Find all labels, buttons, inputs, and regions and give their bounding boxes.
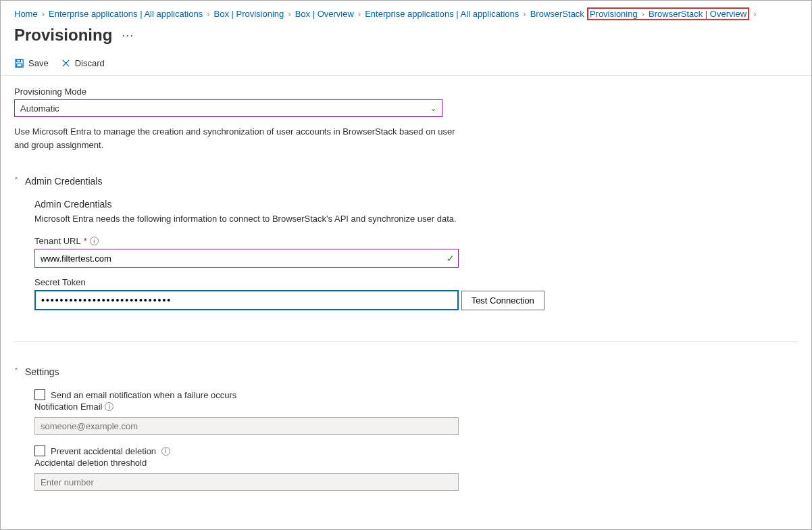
provisioning-mode-description: Use Microsoft Entra to manage the creati…	[14, 125, 460, 151]
bc-ent-apps-2[interactable]: Enterprise applications | All applicatio…	[365, 9, 519, 19]
info-icon[interactable]: i	[105, 402, 113, 411]
settings-section-title: Settings	[25, 366, 59, 377]
save-button[interactable]: Save	[14, 58, 49, 68]
required-indicator: *	[84, 236, 87, 246]
settings-section: ˄ Settings Send an email notification wh…	[14, 366, 798, 521]
chevron-down-icon: ⌄	[430, 104, 436, 113]
info-icon[interactable]: i	[161, 447, 170, 456]
admin-credentials-toggle[interactable]: ˄ Admin Credentials	[14, 176, 798, 187]
admin-credentials-heading: Admin Credentials	[34, 199, 798, 210]
svg-rect-2	[17, 64, 22, 67]
admin-credentials-desc: Microsoft Entra needs the following info…	[34, 214, 798, 224]
prevent-deletion-label: Prevent accidental deletion	[51, 446, 156, 456]
discard-button[interactable]: Discard	[61, 58, 105, 68]
close-icon	[61, 58, 71, 68]
chevron-up-icon: ˄	[14, 176, 18, 186]
test-connection-button[interactable]: Test Connection	[461, 291, 544, 310]
more-icon[interactable]: ···	[122, 28, 134, 43]
bc-box-over[interactable]: Box | Overview	[295, 9, 354, 19]
svg-rect-1	[17, 59, 21, 62]
deletion-threshold-input[interactable]	[34, 473, 459, 491]
provisioning-mode-label: Provisioning Mode	[14, 87, 798, 97]
toolbar: Save Discard	[1, 54, 811, 76]
save-icon	[14, 58, 24, 68]
email-notification-label: Send an email notification when a failur…	[51, 390, 236, 400]
bc-bs-overview[interactable]: BrowserStack | Overview	[649, 9, 746, 19]
breadcrumb-highlight: Provisioning› BrowserStack | Overview	[587, 7, 749, 20]
bc-box-prov[interactable]: Box | Provisioning	[214, 9, 284, 19]
discard-label: Discard	[75, 58, 105, 68]
bc-browserstack[interactable]: BrowserStack	[530, 9, 584, 19]
tenant-url-input[interactable]	[34, 249, 459, 268]
secret-token-label: Secret Token	[34, 277, 798, 287]
breadcrumb: Home› Enterprise applications | All appl…	[1, 1, 811, 24]
bc-ent-apps-1[interactable]: Enterprise applications | All applicatio…	[49, 9, 203, 19]
email-notification-checkbox[interactable]	[34, 389, 45, 400]
admin-credentials-section-title: Admin Credentials	[25, 176, 102, 187]
prevent-deletion-checkbox[interactable]	[34, 445, 45, 456]
info-icon[interactable]: i	[90, 237, 99, 245]
settings-toggle[interactable]: ˄ Settings	[14, 366, 798, 377]
chevron-up-icon: ˄	[14, 367, 18, 377]
provisioning-mode-select[interactable]: Automatic ⌄	[14, 99, 442, 117]
notification-email-input[interactable]	[34, 417, 459, 435]
secret-token-input[interactable]	[34, 290, 459, 310]
provisioning-mode-value: Automatic	[20, 103, 59, 114]
bc-provisioning[interactable]: Provisioning	[590, 9, 638, 19]
page-title: Provisioning	[14, 26, 112, 45]
save-label: Save	[28, 58, 49, 68]
bc-home[interactable]: Home	[14, 9, 38, 19]
notification-email-label: Notification Email	[34, 402, 102, 412]
checkmark-icon: ✓	[447, 253, 455, 264]
admin-credentials-section: ˄ Admin Credentials Admin Credentials Mi…	[14, 176, 798, 342]
tenant-url-label: Tenant URL	[34, 236, 81, 246]
deletion-threshold-label: Accidental deletion threshold	[34, 458, 798, 468]
